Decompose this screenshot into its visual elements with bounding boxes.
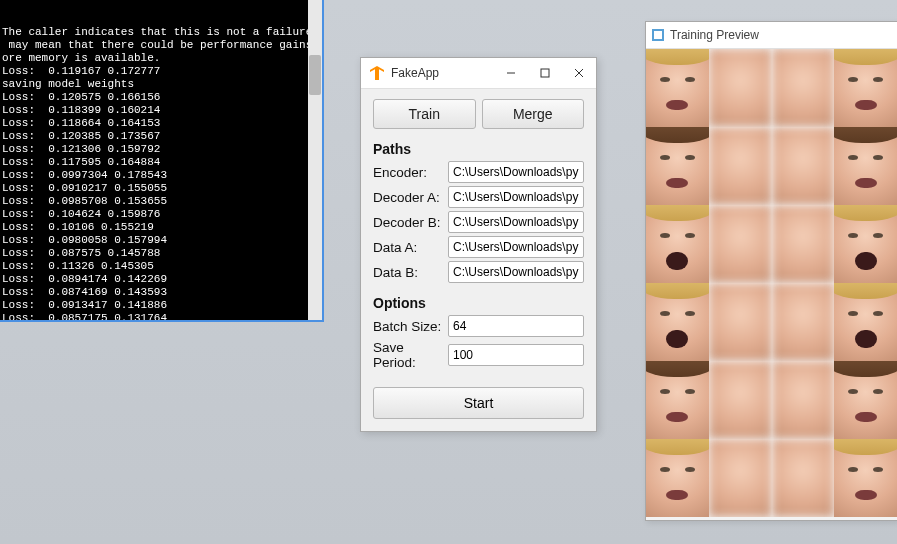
tensorflow-icon (369, 65, 385, 81)
svg-rect-2 (541, 69, 549, 77)
preview-cell (646, 283, 709, 361)
preview-cell (646, 205, 709, 283)
preview-cell (709, 283, 772, 361)
preview-cell (834, 361, 897, 439)
minimize-button[interactable] (494, 59, 528, 87)
preview-titlebar: Training Preview (646, 22, 897, 49)
preview-cell (772, 439, 835, 517)
preview-cell (646, 127, 709, 205)
maximize-button[interactable] (528, 59, 562, 87)
paths-header: Paths (373, 141, 584, 157)
preview-cell (834, 439, 897, 517)
preview-cell (709, 49, 772, 127)
input-decoder-a[interactable] (448, 186, 584, 208)
label-decoder-a: Decoder A: (373, 190, 448, 205)
start-button[interactable]: Start (373, 387, 584, 419)
options-header: Options (373, 295, 584, 311)
input-encoder[interactable] (448, 161, 584, 183)
preview-cell (834, 49, 897, 127)
label-save-period: Save Period: (373, 340, 448, 370)
console-window: The caller indicates that this is not a … (0, 0, 324, 322)
preview-cell (772, 283, 835, 361)
preview-grid (646, 49, 897, 521)
fakeapp-titlebar: FakeApp (361, 58, 596, 89)
preview-cell (772, 127, 835, 205)
fakeapp-title: FakeApp (391, 66, 494, 80)
fakeapp-body: Train Merge Paths Encoder: Decoder A: De… (361, 89, 596, 431)
label-encoder: Encoder: (373, 165, 448, 180)
preview-cell (646, 361, 709, 439)
preview-cell (834, 205, 897, 283)
scrollbar-thumb[interactable] (309, 55, 321, 95)
input-data-b[interactable] (448, 261, 584, 283)
preview-cell (709, 439, 772, 517)
training-preview-window: Training Preview (645, 21, 897, 521)
input-batch-size[interactable] (448, 315, 584, 337)
preview-cell (709, 361, 772, 439)
window-controls (494, 59, 596, 87)
preview-cell (646, 49, 709, 127)
preview-cell (772, 205, 835, 283)
close-button[interactable] (562, 59, 596, 87)
console-scrollbar[interactable] (308, 0, 322, 320)
label-data-a: Data A: (373, 240, 448, 255)
preview-app-icon (652, 29, 664, 41)
input-decoder-b[interactable] (448, 211, 584, 233)
preview-cell (772, 361, 835, 439)
preview-cell (772, 49, 835, 127)
tab-merge[interactable]: Merge (482, 99, 585, 129)
input-data-a[interactable] (448, 236, 584, 258)
preview-title: Training Preview (670, 28, 759, 42)
svg-marker-0 (370, 66, 384, 80)
label-data-b: Data B: (373, 265, 448, 280)
label-batch-size: Batch Size: (373, 319, 448, 334)
console-output: The caller indicates that this is not a … (2, 26, 320, 322)
fakeapp-window: FakeApp Train Merge Paths Encoder: Decod… (360, 57, 597, 432)
preview-cell (834, 127, 897, 205)
preview-cell (709, 127, 772, 205)
input-save-period[interactable] (448, 344, 584, 366)
tab-train[interactable]: Train (373, 99, 476, 129)
label-decoder-b: Decoder B: (373, 215, 448, 230)
fakeapp-tabs: Train Merge (373, 99, 584, 129)
preview-cell (834, 283, 897, 361)
preview-cell (709, 205, 772, 283)
preview-cell (646, 439, 709, 517)
